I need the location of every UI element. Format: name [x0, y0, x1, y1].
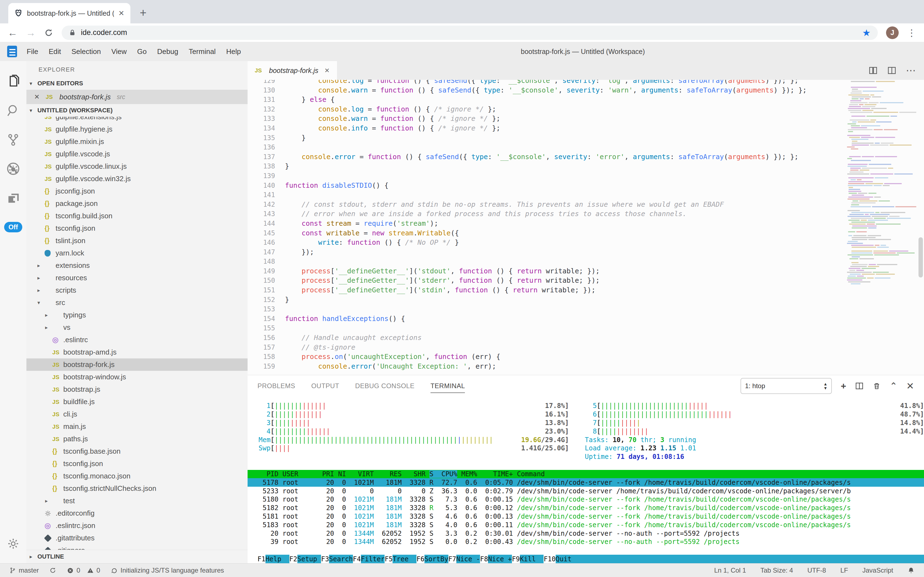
browser-tab[interactable]: bootstrap-fork.js — Untitled (W ✕ — [8, 3, 130, 23]
code-line-135[interactable]: 135 } — [247, 133, 842, 143]
tree-item-.editorconfig[interactable]: .editorconfig — [26, 507, 247, 519]
tree-item-scripts[interactable]: ▸scripts — [26, 284, 247, 297]
panel-tab-debug-console[interactable]: DEBUG CONSOLE — [355, 378, 415, 394]
code-line-132[interactable]: 132 console.log = function () { /* ignor… — [247, 105, 842, 114]
encoding[interactable]: UTF-8 — [807, 567, 826, 574]
code-line-140[interactable]: 140function disableSTDIO() { — [247, 181, 842, 190]
tree-item-resources[interactable]: ▸resources — [26, 272, 247, 284]
panel-tab-terminal[interactable]: TERMINAL — [431, 378, 465, 394]
workspace-header[interactable]: ▾ UNTITLED (WORKSPACE) — [26, 104, 247, 117]
tab-size[interactable]: Tab Size: 4 — [760, 567, 793, 574]
back-icon[interactable]: ← — [8, 27, 18, 39]
tab-close-icon[interactable]: ✕ — [324, 67, 329, 74]
code-line-137[interactable]: 137 console.error = function () { safeSe… — [247, 152, 842, 162]
git-branch-item[interactable]: master — [10, 567, 39, 574]
tree-item-src[interactable]: ▾src — [26, 297, 247, 309]
tree-item-tsconfig.json[interactable]: {}tsconfig.json — [26, 458, 247, 470]
tree-item-gulpfile.vscode.linux.js[interactable]: JSgulpfile.vscode.linux.js — [26, 160, 247, 172]
editor-scrollbar[interactable] — [919, 237, 923, 277]
tree-item-gulpfile.extensions.js[interactable]: JSgulpfile.extensions.js — [26, 117, 247, 123]
tree-item-tsconfig.base.json[interactable]: {}tsconfig.base.json — [26, 445, 247, 458]
fnkey-F9[interactable]: F9 — [512, 555, 520, 563]
terminal-select[interactable]: 1: htop ▲▼ — [741, 378, 832, 394]
process-row-5233[interactable]: 5233 root 20 0 0 0 0 Z 36.3 0.0 0:02.79 … — [259, 487, 924, 495]
code-line-145[interactable]: 145 const writable = new stream.Writable… — [247, 229, 842, 238]
panel-tab-problems[interactable]: PROBLEMS — [257, 378, 295, 394]
url-bar[interactable]: ide.coder.com ★ — [62, 26, 878, 40]
fnkey-F6[interactable]: F6 — [416, 555, 424, 563]
fnkey-F1[interactable]: F1 — [257, 555, 265, 563]
process-row-5181[interactable]: 5181 root 20 0 1021M 181M 3328 S 4.6 0.6… — [259, 512, 924, 521]
tree-item-yarn.lock[interactable]: yarn.lock — [26, 247, 247, 259]
tree-item-tsconfig.strictNullChecks.json[interactable]: {}tsconfig.strictNullChecks.json — [26, 482, 247, 495]
fnkey-F4[interactable]: F4 — [353, 555, 361, 563]
tree-item-gulpfile.vscode.win32.js[interactable]: JSgulpfile.vscode.win32.js — [26, 172, 247, 185]
tree-item-typings[interactable]: ▸typings — [26, 309, 247, 321]
code-line-159[interactable]: 159 console.error('Uncaught Exception: '… — [247, 362, 842, 371]
code-line-156[interactable]: 156 // Handle uncaught exceptions — [247, 333, 842, 343]
tree-item-tsconfig.monaco.json[interactable]: {}tsconfig.monaco.json — [26, 470, 247, 482]
code-line-131[interactable]: 131 } else { — [247, 95, 842, 105]
reload-icon[interactable] — [44, 28, 53, 37]
split-terminal-icon[interactable] — [855, 382, 864, 390]
avatar[interactable]: J — [886, 26, 899, 39]
tree-item-.eslintrc.json[interactable]: ◎.eslintrc.json — [26, 519, 247, 532]
fnkey-F2[interactable]: F2 — [289, 555, 297, 563]
code-line-129[interactable]: 129 console.log = function () { safeSend… — [247, 80, 842, 85]
tree-item-.eslintrc[interactable]: ◎.eslintrc — [26, 334, 247, 346]
chevron-right-icon[interactable]: ▸ — [37, 287, 45, 293]
source-control-icon[interactable] — [0, 125, 26, 154]
eol[interactable]: LF — [840, 567, 848, 574]
code-line-143[interactable]: 143 // error when we are inside a forked… — [247, 209, 842, 219]
code-line-136[interactable]: 136 — [247, 143, 842, 152]
offline-badge[interactable]: Off — [4, 222, 22, 232]
code-line-148[interactable]: 148 — [247, 257, 842, 266]
editor-layout-icon[interactable] — [887, 66, 897, 75]
code-line-146[interactable]: 146 write: function () { /* No OP */ } — [247, 238, 842, 248]
code-line-133[interactable]: 133 console.warn = function () { /* igno… — [247, 114, 842, 124]
menu-help[interactable]: Help — [221, 47, 246, 56]
open-editors-header[interactable]: ▾ OPEN EDITORS — [26, 77, 247, 90]
bell-icon[interactable] — [908, 567, 914, 574]
tree-item-bootstrap-window.js[interactable]: JSbootstrap-window.js — [26, 371, 247, 383]
language-status[interactable]: Initializing JS/TS language features — [111, 567, 224, 574]
menu-view[interactable]: View — [106, 47, 132, 56]
chevron-right-icon[interactable]: ▸ — [45, 498, 52, 504]
chevron-down-icon[interactable]: ▾ — [37, 300, 45, 306]
chevron-right-icon[interactable]: ▸ — [37, 262, 45, 269]
settings-gear-icon[interactable] — [0, 529, 26, 558]
split-editor-icon[interactable] — [868, 66, 878, 75]
code-editor[interactable]: 129 console.log = function () { safeSend… — [247, 80, 924, 375]
tab-close-icon[interactable]: ✕ — [118, 9, 124, 18]
code-line-142[interactable]: 142 // const stdout, stderr and stdin be… — [247, 200, 842, 210]
code-line-134[interactable]: 134 console.info = function () { /* igno… — [247, 124, 842, 133]
search-icon[interactable] — [0, 96, 26, 125]
code-line-158[interactable]: 158 process.on('uncaughtException', func… — [247, 352, 842, 362]
tree-item-cli.js[interactable]: JScli.js — [26, 408, 247, 421]
outline-header[interactable]: ▸ OUTLINE — [26, 550, 247, 563]
maximize-panel-icon[interactable]: ⌃ — [890, 380, 898, 392]
chevron-right-icon[interactable]: ▸ — [45, 324, 52, 330]
code-line-130[interactable]: 130 console.warn = function () { safeSen… — [247, 85, 842, 95]
fnkey-F7[interactable]: F7 — [448, 555, 456, 563]
browser-menu-icon[interactable]: ⋮ — [907, 27, 916, 38]
menu-edit[interactable]: Edit — [43, 47, 66, 56]
menu-terminal[interactable]: Terminal — [183, 47, 221, 56]
process-row-20[interactable]: 20 root 20 0 1344M 62052 1952 S 3.3 0.2 … — [259, 529, 924, 538]
tree-item-bootstrap-amd.js[interactable]: JSbootstrap-amd.js — [26, 346, 247, 358]
tree-item-tslint.json[interactable]: {}tslint.json — [26, 235, 247, 247]
chevron-right-icon[interactable]: ▸ — [45, 312, 52, 318]
code-line-152[interactable]: 152} — [247, 295, 842, 305]
open-editor-item[interactable]: ✕ JS bootstrap-fork.js src — [26, 90, 247, 104]
code-line-154[interactable]: 154function handleExceptions() { — [247, 314, 842, 324]
tree-item-test[interactable]: ▸test — [26, 495, 247, 507]
close-icon[interactable]: ✕ — [34, 93, 42, 101]
new-tab-button[interactable]: + — [140, 6, 146, 19]
code-line-157[interactable]: 157 // @ts-ignore — [247, 343, 842, 352]
tree-item-vs[interactable]: ▸vs — [26, 321, 247, 334]
tree-item-extensions[interactable]: ▸extensions — [26, 259, 247, 272]
editor-tab[interactable]: JS bootstrap-fork.js ✕ — [247, 61, 337, 80]
tree-item-.gitattributes[interactable]: .gitattributes — [26, 532, 247, 544]
cursor-position[interactable]: Ln 1, Col 1 — [714, 567, 746, 574]
new-terminal-icon[interactable]: + — [840, 381, 846, 392]
